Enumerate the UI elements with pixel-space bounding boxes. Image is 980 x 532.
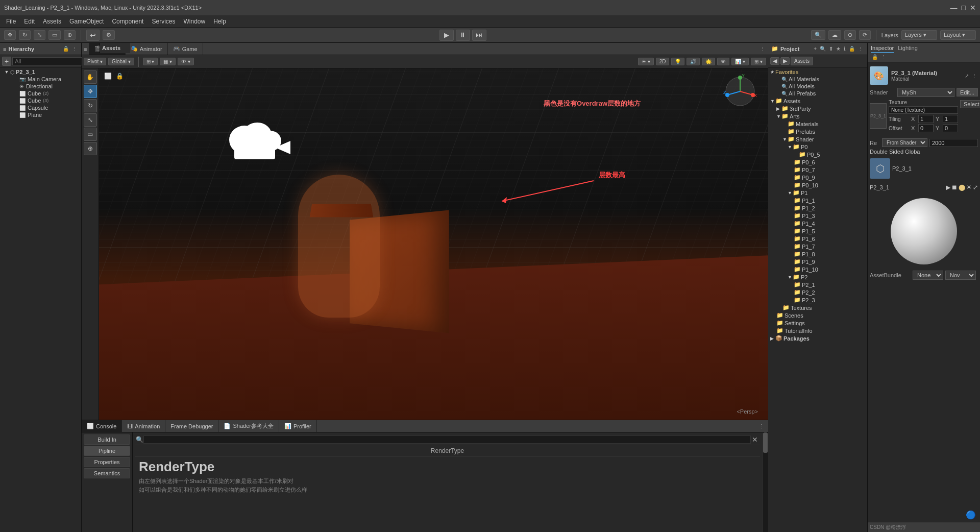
rotate-gizmo-btn[interactable]: ↻ bbox=[84, 99, 97, 112]
project-favorites-header[interactable]: ★ Favorites bbox=[768, 68, 867, 76]
semantics-btn[interactable]: Semantics bbox=[84, 468, 130, 478]
project-p2-1[interactable]: 📁P2_1 bbox=[768, 281, 867, 288]
project-lock-btn[interactable]: 🔒 bbox=[848, 46, 856, 52]
project-3rdparty[interactable]: ▶ 📁 3rdParty bbox=[768, 105, 867, 112]
console-search-input[interactable] bbox=[143, 436, 751, 444]
project-p0-7[interactable]: 📁 P0_7 bbox=[768, 166, 867, 174]
bottom-more-btn[interactable]: ⋮ bbox=[755, 420, 768, 432]
transform-gizmo-btn[interactable]: ⊕ bbox=[84, 142, 97, 155]
project-textures[interactable]: 📁Textures bbox=[768, 304, 867, 311]
project-tutorial[interactable]: 📁TutorialInfo bbox=[768, 327, 867, 334]
tab-shader-ref[interactable]: 📄 Shader参考大全 bbox=[218, 420, 279, 432]
project-p1-3[interactable]: 📁P1_3 bbox=[768, 212, 867, 220]
project-all-materials[interactable]: 🔍 All Materials bbox=[768, 76, 867, 83]
hierarchy-lock-btn[interactable]: 🔒 bbox=[62, 46, 70, 52]
project-materials[interactable]: 📁 Materials bbox=[768, 120, 867, 128]
hierarchy-item-plane[interactable]: ⬜ Plane bbox=[0, 111, 81, 118]
material-more-btn[interactable]: ⋮ bbox=[971, 73, 978, 79]
project-settings[interactable]: 📁Settings bbox=[768, 319, 867, 327]
gizmo-btn[interactable]: 👁 ▾ bbox=[178, 58, 194, 65]
menu-services[interactable]: Services bbox=[148, 17, 179, 26]
gizmos-btn[interactable]: ⊞ ▾ bbox=[751, 58, 766, 65]
undo-btn[interactable]: ↩ bbox=[86, 30, 100, 41]
inspector-more-btn[interactable]: ⋮ bbox=[880, 54, 887, 60]
audio-btn[interactable]: 🔊 bbox=[687, 58, 700, 65]
close-button[interactable]: ✕ bbox=[970, 4, 976, 11]
hierarchy-add-btn[interactable]: + bbox=[2, 57, 11, 66]
project-p1-9[interactable]: 📁P1_9 bbox=[768, 258, 867, 265]
project-scenes[interactable]: 📁Scenes bbox=[768, 311, 867, 319]
tab-profiler[interactable]: 📊 Profiler bbox=[279, 420, 317, 432]
assetbundle-dropdown2[interactable]: Nov bbox=[945, 271, 976, 280]
2d-btn[interactable]: 2D bbox=[656, 58, 670, 65]
console-close-btn[interactable]: ✕ bbox=[751, 436, 759, 444]
search-btn[interactable]: 🔍 bbox=[811, 30, 825, 40]
grid-btn[interactable]: ▦ ▾ bbox=[160, 58, 176, 65]
preview-color-btn[interactable]: ⬤ bbox=[959, 184, 965, 191]
shader-dropdown[interactable]: MySh bbox=[897, 88, 954, 97]
tab-animation[interactable]: 🎞 Animation bbox=[122, 420, 165, 432]
project-forward-btn[interactable]: ▶ bbox=[780, 57, 790, 65]
play-button[interactable]: ▶ bbox=[439, 30, 454, 41]
assetbundle-dropdown1[interactable]: None bbox=[913, 271, 943, 280]
project-p2-2[interactable]: 📁P2_2 bbox=[768, 288, 867, 296]
minimize-button[interactable]: — bbox=[950, 4, 958, 11]
project-prefabs[interactable]: 📁 Prefabs bbox=[768, 128, 867, 135]
project-back-btn[interactable]: ◀ bbox=[770, 57, 779, 65]
project-p0-9[interactable]: 📁 P0_9 bbox=[768, 174, 867, 181]
hand-tool-btn[interactable]: ✋ bbox=[84, 70, 97, 84]
offset-y-input[interactable] bbox=[943, 124, 958, 132]
hierarchy-item-cube1[interactable]: ⬜ Cube (2) bbox=[0, 90, 81, 97]
pipline-btn[interactable]: Pipline bbox=[84, 446, 130, 456]
project-shader[interactable]: ▼ 📁 Shader bbox=[768, 135, 867, 143]
texture-value-input[interactable] bbox=[889, 106, 958, 114]
material-open-btn[interactable]: ↗ bbox=[964, 73, 970, 79]
tab-inspector[interactable]: Inspector bbox=[871, 45, 894, 53]
project-p1-2[interactable]: 📁P1_2 bbox=[768, 204, 867, 212]
hierarchy-item-cube2[interactable]: ⬜ Cube (3) bbox=[0, 97, 81, 104]
project-arts[interactable]: ▼ 📁 Arts bbox=[768, 112, 867, 120]
menu-help[interactable]: Help bbox=[209, 17, 230, 26]
tiling-y-input[interactable] bbox=[943, 115, 958, 123]
project-p1-7[interactable]: 📁P1_7 bbox=[768, 243, 867, 250]
project-p2-3[interactable]: 📁P2_3 bbox=[768, 296, 867, 304]
project-star-btn[interactable]: ★ bbox=[835, 46, 842, 52]
hierarchy-more-btn[interactable]: ⋮ bbox=[71, 46, 78, 52]
step-button[interactable]: ⏭ bbox=[472, 30, 486, 41]
transform-tool-btn[interactable]: ⊕ bbox=[64, 30, 76, 40]
hierarchy-item-capsule[interactable]: ⬜ Capsule bbox=[0, 104, 81, 111]
project-info-btn[interactable]: ℹ bbox=[843, 46, 847, 52]
bottom-scrollbar[interactable] bbox=[762, 432, 768, 532]
menu-assets[interactable]: Assets bbox=[39, 17, 65, 26]
rect-tool-btn[interactable]: ▭ bbox=[48, 30, 61, 40]
cloud-btn[interactable]: ☁ bbox=[828, 30, 841, 40]
layout-dropdown[interactable]: Layout ▾ bbox=[940, 30, 976, 40]
scene-more-btn[interactable]: ⋮ bbox=[757, 43, 768, 55]
account-btn[interactable]: ⊙ bbox=[844, 30, 856, 40]
hierarchy-item-camera[interactable]: 📷 Main Camera bbox=[0, 76, 81, 83]
properties-btn[interactable]: Properties bbox=[84, 457, 130, 467]
project-search-btn[interactable]: 🔍 bbox=[819, 46, 827, 52]
shader-edit-btn[interactable]: Edit... bbox=[957, 88, 978, 96]
project-assets-btn[interactable]: Assets bbox=[791, 57, 813, 65]
project-p1-8[interactable]: 📁P1_8 bbox=[768, 250, 867, 258]
re-value-input[interactable] bbox=[929, 139, 978, 147]
project-p0-6[interactable]: 📁 P0_6 bbox=[768, 158, 867, 166]
menu-gameobject[interactable]: GameObject bbox=[65, 17, 108, 26]
tab-frame-debugger[interactable]: Frame Debugger bbox=[165, 420, 218, 432]
offset-x-input[interactable] bbox=[918, 124, 934, 132]
tiling-x-input[interactable] bbox=[918, 115, 934, 123]
project-more-btn[interactable]: ⋮ bbox=[857, 46, 864, 52]
scene-fx-btn[interactable]: 🌟 bbox=[702, 58, 715, 65]
settings-btn[interactable]: ⚙ bbox=[103, 30, 115, 40]
project-p1[interactable]: ▼ 📁 P1 bbox=[768, 189, 867, 197]
project-p1-6[interactable]: 📁P1_6 bbox=[768, 235, 867, 243]
hierarchy-search-input[interactable] bbox=[12, 57, 88, 65]
menu-window[interactable]: Window bbox=[179, 17, 209, 26]
stats-btn[interactable]: 📊 ▾ bbox=[731, 58, 749, 65]
project-upload-btn[interactable]: ⬆ bbox=[828, 46, 834, 52]
rect-gizmo-btn[interactable]: ▭ bbox=[84, 128, 97, 141]
light-btn[interactable]: 💡 bbox=[671, 58, 684, 65]
menu-edit[interactable]: Edit bbox=[20, 17, 39, 26]
project-p1-10[interactable]: 📁P1_10 bbox=[768, 265, 867, 273]
